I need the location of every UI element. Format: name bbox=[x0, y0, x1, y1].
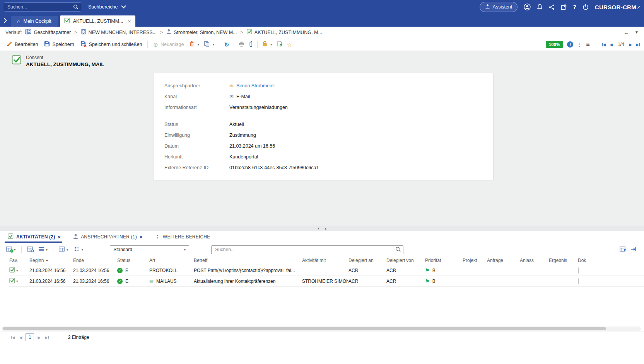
profile-icon[interactable] bbox=[524, 3, 531, 10]
tab-weitere-bereiche[interactable]: ⋮ WEITERE BEREICHE bbox=[155, 231, 210, 243]
person-icon bbox=[73, 234, 78, 240]
column-header-ende[interactable]: Ende bbox=[73, 258, 117, 263]
help-icon[interactable]: ? bbox=[573, 4, 576, 10]
activities-table: Fav. Beginn▼ Ende Status Art Betreff Akt… bbox=[0, 256, 644, 287]
next-page-button[interactable]: ▶ bbox=[37, 335, 41, 340]
delete-button[interactable]: ▾ bbox=[187, 39, 201, 49]
search-icon[interactable] bbox=[71, 4, 81, 10]
save-close-button[interactable]: Speichern und schließen bbox=[78, 39, 145, 50]
copy-transfer-button[interactable]: ▾ bbox=[202, 39, 217, 49]
column-header-ergebnis[interactable]: Ergebnis bbox=[549, 258, 578, 263]
activity-check-icon[interactable] bbox=[9, 278, 15, 285]
table-row[interactable]: ▾ 21.03.2024 16:56 21.03.2024 16:56 ✓E P… bbox=[9, 265, 644, 276]
column-header-betreff[interactable]: Betreff bbox=[194, 258, 302, 263]
menu-icon[interactable]: ≡ bbox=[586, 41, 589, 48]
close-icon[interactable]: × bbox=[58, 234, 61, 240]
more-options-icon[interactable]: ⋮ bbox=[577, 42, 582, 48]
previous-record-button[interactable]: ◀ bbox=[610, 43, 613, 47]
zoom-badge: 100% bbox=[546, 41, 563, 48]
collapse-down-icon[interactable]: ▾ bbox=[318, 227, 319, 230]
grid-search bbox=[211, 245, 403, 254]
save-close-label: Speichern und schließen bbox=[89, 42, 142, 47]
column-header-beginn[interactable]: Beginn▼ bbox=[29, 258, 73, 263]
breadcrumb-item-company[interactable]: NEW MÜNCHEN, INTERESS... bbox=[81, 29, 157, 36]
power-logout-icon[interactable] bbox=[583, 4, 589, 10]
table-row[interactable]: ▾ 21.03.2024 16:56 21.03.2024 16:56 ✓E ✉… bbox=[9, 276, 644, 287]
tab-consent-active[interactable]: AKTUELL, ZUSTIMM... × bbox=[60, 15, 135, 27]
search-icon[interactable] bbox=[395, 247, 401, 253]
column-header-status[interactable]: Status bbox=[117, 258, 149, 263]
assistant-button[interactable]: Assistent bbox=[480, 2, 518, 12]
expand-sidebar-icon[interactable] bbox=[0, 18, 10, 23]
column-header-anlass[interactable]: Anlass bbox=[520, 258, 549, 263]
info-icon[interactable]: i bbox=[567, 41, 573, 48]
column-header-projekt[interactable]: Projekt bbox=[463, 258, 487, 263]
column-header-anfrage[interactable]: Anfrage bbox=[487, 258, 520, 263]
column-settings-button[interactable]: ▾ bbox=[57, 245, 70, 254]
form-row-herkunft: Herkunft Kundenportal bbox=[164, 151, 493, 162]
tab-aktivitaeten[interactable]: AKTIVITÄTEN (2) × bbox=[8, 231, 61, 243]
search-areas-dropdown[interactable]: Suchbereiche bbox=[86, 3, 128, 11]
collapse-up-icon[interactable]: ▴ bbox=[325, 227, 327, 230]
column-header-prioritaet[interactable]: Priorität bbox=[425, 258, 463, 263]
current-page-button[interactable]: 1 bbox=[26, 333, 34, 341]
scrollbar-thumb[interactable] bbox=[3, 327, 606, 330]
attachment-button[interactable] bbox=[247, 39, 255, 50]
column-header-fav[interactable]: Fav. bbox=[9, 258, 29, 263]
column-header-dok[interactable]: Dok bbox=[578, 258, 601, 263]
column-header-aktivitaet-mit[interactable]: Aktivität mit bbox=[302, 258, 348, 263]
notifications-bell-icon[interactable] bbox=[537, 4, 543, 10]
back-arrow-icon[interactable]: ← bbox=[624, 29, 629, 36]
consent-form-card: Ansprechpartner ✉ Simon Strohmeier Kanal… bbox=[153, 73, 494, 180]
export-table-icon[interactable] bbox=[620, 247, 625, 253]
horizontal-scrollbar[interactable] bbox=[2, 327, 641, 331]
cell-dok bbox=[578, 268, 601, 273]
edit-button[interactable]: Bearbeiten bbox=[4, 39, 41, 49]
dok-checkbox[interactable] bbox=[578, 267, 579, 274]
share-icon[interactable] bbox=[549, 4, 555, 10]
new-record-button[interactable]: ⊕ Neuanlage bbox=[150, 40, 186, 49]
cell-betreff: POST Path(/v1/optins/{contactId}/?approv… bbox=[194, 268, 302, 273]
add-document-button[interactable] bbox=[275, 39, 284, 49]
first-page-button[interactable]: ◀ bbox=[10, 335, 16, 340]
row-layout-button[interactable]: ▾ bbox=[73, 246, 85, 254]
prev-glyph: ◀ bbox=[610, 43, 613, 47]
activity-check-icon[interactable] bbox=[9, 267, 15, 274]
panel-splitter[interactable]: ▾ ▴ bbox=[0, 226, 644, 231]
lock-button[interactable]: ▾ bbox=[260, 39, 274, 49]
search-in-table-button[interactable] bbox=[26, 245, 34, 254]
refresh-button[interactable]: ↻ bbox=[222, 40, 231, 49]
next-glyph: ▶ bbox=[629, 43, 632, 47]
dok-checkbox[interactable] bbox=[578, 278, 579, 284]
global-search-input[interactable] bbox=[4, 4, 71, 10]
new-activity-button[interactable]: ▾ bbox=[5, 245, 17, 254]
external-link-icon[interactable] bbox=[561, 4, 567, 10]
breadcrumb-item-contact[interactable]: Strohmeier, Simon, NEW M... bbox=[166, 29, 237, 36]
chevron-down-icon[interactable]: ▾ bbox=[16, 279, 18, 283]
close-icon[interactable]: × bbox=[128, 18, 131, 24]
chevron-down-icon[interactable]: ▾ bbox=[16, 269, 18, 272]
view-select[interactable]: Standard ▾ bbox=[110, 245, 189, 254]
collapse-panel-icon[interactable] bbox=[630, 247, 636, 253]
column-header-delegiert-an[interactable]: Delegiert an bbox=[348, 258, 386, 263]
next-record-button[interactable]: ▶ bbox=[629, 43, 632, 47]
grid-search-input[interactable] bbox=[215, 247, 395, 252]
contact-link[interactable]: Simon Strohmeier bbox=[236, 83, 275, 88]
column-header-delegiert-von[interactable]: Delegiert von bbox=[386, 258, 425, 263]
breadcrumb-item-geschaeftspartner[interactable]: Geschäftspartner bbox=[25, 29, 71, 36]
first-record-button[interactable]: ◀ bbox=[602, 43, 606, 47]
column-header-art[interactable]: Art bbox=[149, 258, 194, 263]
close-icon[interactable]: × bbox=[140, 234, 143, 240]
last-page-button[interactable]: ▶ bbox=[44, 335, 50, 340]
save-button[interactable]: Speichern bbox=[41, 39, 77, 49]
tab-ansprechpartner[interactable]: ANSPRECHPARTNER (1) × bbox=[73, 231, 143, 243]
favorite-button[interactable]: ☆ bbox=[285, 40, 294, 49]
list-menu-button[interactable]: ▾ bbox=[37, 246, 50, 254]
history-dropdown-icon[interactable]: ▼ bbox=[635, 30, 639, 34]
previous-page-button[interactable]: ◀ bbox=[19, 335, 23, 340]
breadcrumb-item-consent[interactable]: AKTUELL, ZUSTIMMUNG, M... bbox=[247, 29, 322, 36]
print-button[interactable] bbox=[237, 40, 246, 49]
last-record-button[interactable]: ▶ bbox=[636, 43, 640, 47]
tab-mein-cockpit[interactable]: ⌂ Mein Cockpit bbox=[11, 16, 58, 27]
field-value: Aktuell bbox=[229, 122, 244, 127]
